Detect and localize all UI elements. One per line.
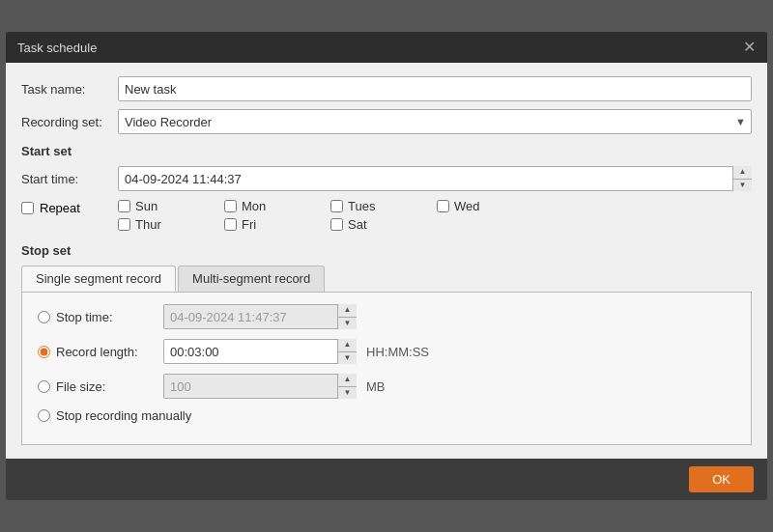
- file-size-spin: ▲ ▼: [337, 374, 357, 399]
- file-size-down[interactable]: ▼: [338, 387, 357, 400]
- start-time-input[interactable]: [118, 166, 752, 191]
- checkbox-mon[interactable]: [224, 200, 237, 212]
- checkbox-fri[interactable]: [224, 218, 237, 231]
- checkbox-thur[interactable]: [118, 218, 130, 231]
- file-size-input-wrapper: ▲ ▼: [163, 374, 357, 399]
- start-time-up[interactable]: ▲: [733, 166, 752, 180]
- checkbox-wed[interactable]: [437, 200, 449, 212]
- file-size-radio-label: File size:: [38, 379, 163, 394]
- stop-set-title: Stop set: [21, 243, 752, 258]
- label-tues: Tues: [348, 199, 375, 213]
- radio-file-size[interactable]: [38, 380, 50, 393]
- repeat-row: Repeat Sun Mon Tues Wed: [21, 199, 752, 232]
- day-item-wed: Wed: [437, 199, 543, 213]
- ok-button[interactable]: OK: [689, 466, 754, 492]
- recording-set-label: Recording set:: [21, 115, 118, 129]
- tabs-row: Single segment record Multi-segment reco…: [21, 266, 752, 293]
- start-time-spin: ▲ ▼: [732, 166, 752, 191]
- stop-time-radio-label: Stop time:: [38, 310, 163, 324]
- task-name-row: Task name:: [21, 76, 752, 101]
- day-item-sat: Sat: [330, 217, 437, 232]
- file-size-input[interactable]: [163, 374, 357, 399]
- checkbox-sat[interactable]: [330, 218, 343, 231]
- recording-set-row: Recording set: Video Recorder ▼: [21, 109, 752, 134]
- task-name-label: Task name:: [21, 82, 118, 97]
- start-set-title: Start set: [21, 144, 752, 158]
- day-item-thur: Thur: [118, 217, 224, 232]
- checkbox-tues[interactable]: [330, 200, 343, 212]
- label-mon: Mon: [242, 199, 266, 213]
- close-button[interactable]: ✕: [743, 40, 756, 55]
- stop-time-spin: ▲ ▼: [337, 304, 357, 329]
- file-size-unit: MB: [366, 379, 386, 394]
- record-length-radio-label: Record length:: [38, 345, 163, 359]
- file-size-row: File size: ▲ ▼ MB: [38, 374, 735, 399]
- start-time-wrapper: ▲ ▼: [118, 166, 752, 191]
- task-schedule-dialog: Task schedule ✕ Task name: Recording set…: [5, 31, 768, 501]
- recording-set-select[interactable]: Video Recorder: [118, 109, 752, 134]
- stop-time-up[interactable]: ▲: [338, 304, 357, 318]
- stop-time-input[interactable]: [163, 304, 357, 329]
- day-item-sun: Sun: [118, 199, 224, 213]
- tab-single-segment[interactable]: Single segment record: [21, 266, 176, 292]
- stop-time-label: Stop time:: [56, 310, 113, 324]
- dialog-body: Task name: Recording set: Video Recorder…: [6, 63, 767, 459]
- record-length-label: Record length:: [56, 345, 138, 359]
- tab-content: Stop time: ▲ ▼ Record length:: [21, 293, 752, 445]
- record-length-row: Record length: ▲ ▼ HH:MM:SS: [38, 339, 735, 364]
- dialog-footer: OK: [6, 459, 767, 500]
- stop-manual-row: Stop recording manually: [38, 408, 735, 423]
- file-size-label: File size:: [56, 379, 105, 394]
- label-thur: Thur: [135, 217, 161, 232]
- record-length-up[interactable]: ▲: [338, 339, 357, 352]
- repeat-checkbox[interactable]: [21, 202, 34, 214]
- checkbox-sun[interactable]: [118, 200, 130, 212]
- label-wed: Wed: [454, 199, 480, 213]
- dialog-title: Task schedule: [17, 41, 97, 55]
- recording-set-select-wrapper: Video Recorder ▼: [118, 109, 752, 134]
- record-length-unit: HH:MM:SS: [366, 345, 429, 359]
- repeat-checkbox-area: Repeat: [21, 201, 118, 215]
- stop-time-down[interactable]: ▼: [338, 318, 357, 330]
- stop-time-row: Stop time: ▲ ▼: [38, 304, 735, 329]
- record-length-input[interactable]: [163, 339, 357, 364]
- record-length-input-wrapper: ▲ ▼: [163, 339, 357, 364]
- day-item-fri: Fri: [224, 217, 330, 232]
- label-sat: Sat: [348, 217, 367, 232]
- day-item-mon: Mon: [224, 199, 330, 213]
- start-time-row: Start time: ▲ ▼: [21, 166, 752, 191]
- file-size-up[interactable]: ▲: [338, 374, 357, 387]
- tab-multi-segment[interactable]: Multi-segment record: [178, 266, 325, 292]
- radio-stop-manual[interactable]: [38, 409, 50, 422]
- label-fri: Fri: [242, 217, 256, 232]
- repeat-label: Repeat: [40, 201, 80, 215]
- radio-record-length[interactable]: [38, 346, 50, 358]
- record-length-down[interactable]: ▼: [338, 352, 357, 365]
- title-bar: Task schedule ✕: [6, 32, 767, 63]
- stop-time-input-wrapper: ▲ ▼: [163, 304, 357, 329]
- record-length-spin: ▲ ▼: [337, 339, 357, 364]
- task-name-input[interactable]: [118, 76, 752, 101]
- radio-stop-time[interactable]: [38, 311, 50, 323]
- days-grid: Sun Mon Tues Wed Thur: [118, 199, 543, 232]
- day-item-tues: Tues: [330, 199, 437, 213]
- stop-manual-label: Stop recording manually: [56, 408, 191, 423]
- stop-manual-radio-label: Stop recording manually: [38, 408, 191, 423]
- start-time-down[interactable]: ▼: [733, 180, 752, 192]
- label-sun: Sun: [135, 199, 157, 213]
- start-time-label: Start time:: [21, 172, 118, 186]
